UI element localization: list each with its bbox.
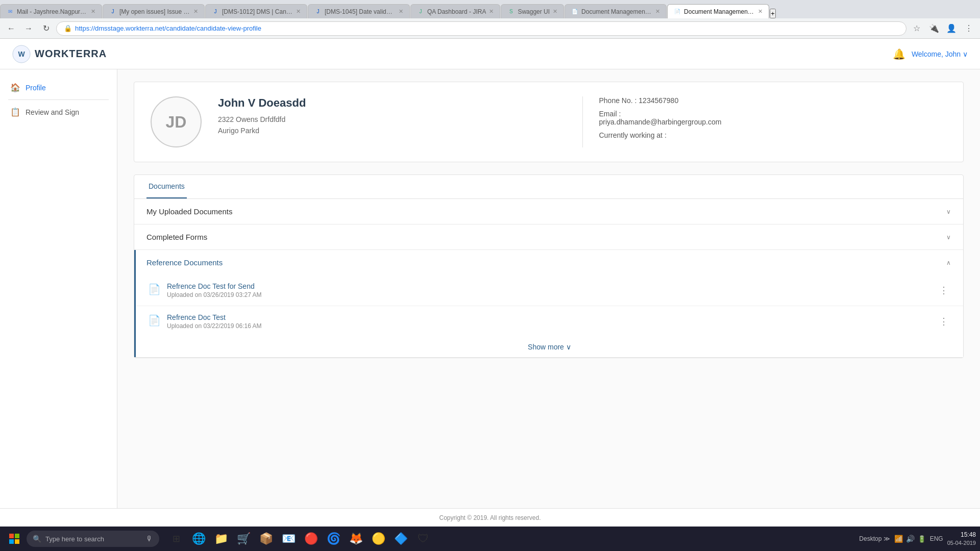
lock-icon: 🔒	[64, 24, 72, 32]
tab-jira2[interactable]: J [DMS-1012] DMS | Candid... ✕	[205, 4, 307, 18]
taskbar-search[interactable]: 🔍 Type here to search 🎙	[27, 531, 159, 547]
taskbar-app-12[interactable]: 🛡	[412, 528, 434, 549]
reference-docs-header[interactable]: Reference Documents ∧	[134, 250, 963, 275]
profile-info-right: Phone No. : 1234567980 Email : priya.dha…	[599, 96, 947, 144]
doc-tabs: Documents	[134, 175, 963, 199]
main-layout: 🏠 Profile 📋 Review and Sign JD John V Do…	[0, 69, 980, 508]
browser-chrome: ✉ Mail - Jayshree.Nagpure@... ✕ J [My op…	[0, 0, 980, 39]
sidebar-profile-label: Profile	[26, 84, 46, 92]
taskbar-app-7[interactable]: 🔴	[300, 528, 322, 549]
avatar: JD	[151, 96, 202, 147]
taskbar-right: Desktop ≫ 📶 🔊 🔋 ENG 15:48 05-04-2019	[859, 531, 976, 547]
accordion-uploaded-docs: My Uploaded Documents ∨	[134, 199, 963, 224]
close-tab-dms1[interactable]: ✕	[655, 8, 660, 15]
taskbar-apps: ⊞ 🌐 📁 🛒 📦 📧 🔴 🌀 🦊 🟡 🔷 🛡	[165, 528, 434, 549]
sidebar-review-label: Review and Sign	[26, 108, 79, 116]
network-icon[interactable]: 📶	[894, 535, 903, 543]
profile-info-left: John V Doeasdd 2322 Owens Drfdfdfd Aurig…	[218, 96, 566, 137]
close-tab-dms2[interactable]: ✕	[758, 8, 763, 15]
close-tab-jira3[interactable]: ✕	[399, 8, 403, 15]
taskbar-app-6[interactable]: 📧	[278, 528, 299, 549]
extension-icon[interactable]: 🔌	[927, 21, 941, 36]
completed-forms-header[interactable]: Completed Forms ∨	[134, 224, 963, 249]
tab-dms1[interactable]: 📄 Document Management S... ✕	[565, 4, 667, 18]
doc2-name: Refrence Doc Test	[167, 313, 261, 321]
show-more-button[interactable]: Show more ∨	[528, 343, 571, 351]
reload-button[interactable]: ↻	[39, 21, 53, 36]
doc2-date: Uploaded on 03/22/2019 06:16 AM	[167, 322, 261, 330]
welcome-user[interactable]: Welcome, John ∨	[912, 50, 968, 58]
documents-section: Documents My Uploaded Documents ∨ Comple…	[134, 174, 964, 358]
profile-name: John V Doeasdd	[218, 96, 566, 110]
doc1-details: Refrence Doc Test for Send Uploaded on 0…	[167, 282, 261, 298]
taskbar-app-11[interactable]: 🔷	[390, 528, 411, 549]
taskbar-app-1[interactable]: ⊞	[165, 528, 187, 549]
doc2-details: Refrence Doc Test Uploaded on 03/22/2019…	[167, 313, 261, 330]
taskbar-app-9[interactable]: 🦊	[345, 528, 366, 549]
close-tab-jira-qa[interactable]: ✕	[489, 8, 494, 15]
microphone-icon[interactable]: 🎙	[146, 535, 153, 543]
document-icon-1: 📄	[148, 283, 161, 295]
battery-icon: 🔋	[918, 535, 926, 543]
menu-icon[interactable]: ⋮	[962, 21, 976, 36]
close-tab-mail[interactable]: ✕	[91, 8, 95, 15]
chevron-up-icon: ∧	[946, 259, 951, 266]
profile-icon[interactable]: 👤	[944, 21, 959, 36]
close-tab-jira1[interactable]: ✕	[193, 8, 198, 15]
taskbar-app-4[interactable]: 🛒	[233, 528, 254, 549]
taskbar-system-icons: 📶 🔊 🔋	[894, 535, 926, 543]
address-bar[interactable]: 🔒 https://dmsstage.workterra.net/candida…	[56, 21, 906, 36]
svg-text:W: W	[18, 50, 25, 58]
document-icon-2: 📄	[148, 314, 161, 327]
bookmark-icon[interactable]: ☆	[910, 21, 924, 36]
svg-rect-3	[15, 534, 19, 538]
desktop-mode[interactable]: Desktop ≫	[859, 535, 890, 542]
close-tab-jira2[interactable]: ✕	[296, 8, 301, 15]
sidebar-item-profile[interactable]: 🏠 Profile	[0, 78, 117, 97]
address-bar-icons: ☆ 🔌 👤 ⋮	[910, 21, 976, 36]
taskbar-app-3[interactable]: 📁	[210, 528, 232, 549]
tab-swagger[interactable]: S Swagger UI ✕	[501, 4, 564, 18]
tab-documents[interactable]: Documents	[146, 175, 187, 198]
tab-mail[interactable]: ✉ Mail - Jayshree.Nagpure@... ✕	[0, 4, 102, 18]
accordion-reference-docs: Reference Documents ∧ 📄 Refrence Doc Tes…	[134, 250, 963, 358]
sidebar-item-review-sign[interactable]: 📋 Review and Sign	[0, 102, 117, 122]
profile-address-line2: Aurigo Parkd	[218, 125, 566, 136]
svg-rect-2	[9, 534, 14, 538]
workterra-logo-icon: W	[12, 45, 31, 63]
clock-date: 05-04-2019	[947, 539, 976, 547]
uploaded-docs-header[interactable]: My Uploaded Documents ∨	[134, 199, 963, 224]
profile-divider	[582, 96, 583, 147]
doc2-menu-button[interactable]: ⋮	[937, 314, 951, 329]
reference-docs-body: 📄 Refrence Doc Test for Send Uploaded on…	[134, 275, 963, 357]
tab-jira1[interactable]: J [My open issues] Issue Nav... ✕	[103, 4, 205, 18]
clipboard-icon: 📋	[10, 107, 20, 117]
search-icon: 🔍	[33, 535, 41, 543]
tab-jira-qa[interactable]: J QA Dashboard - JIRA ✕	[410, 4, 500, 18]
doc1-menu-button[interactable]: ⋮	[937, 283, 951, 297]
sidebar-divider	[8, 99, 109, 100]
app-logo-text: WORKTERRA	[35, 48, 107, 60]
notification-bell-icon[interactable]: 🔔	[893, 48, 905, 60]
volume-icon[interactable]: 🔊	[906, 535, 915, 543]
taskbar-clock[interactable]: 15:48 05-04-2019	[947, 531, 976, 547]
start-button[interactable]	[4, 529, 24, 549]
taskbar-app-2[interactable]: 🌐	[188, 528, 209, 549]
back-button[interactable]: ←	[4, 21, 18, 36]
accordion-completed-forms: Completed Forms ∨	[134, 224, 963, 250]
tab-jira3[interactable]: J [DMS-1045] Date validatio... ✕	[308, 4, 410, 18]
address-bar-row: ← → ↻ 🔒 https://dmsstage.workterra.net/c…	[0, 18, 980, 39]
taskbar-app-8[interactable]: 🌀	[323, 528, 344, 549]
tab-bar: ✉ Mail - Jayshree.Nagpure@... ✕ J [My op…	[0, 0, 980, 18]
taskbar-app-10[interactable]: 🟡	[368, 528, 389, 549]
tab-dms2[interactable]: 📄 Document Management S... ✕	[667, 4, 769, 18]
profile-email: Email : priya.dhamande@harbingergroup.co…	[599, 110, 947, 126]
content-area: JD John V Doeasdd 2322 Owens Drfdfdfd Au…	[117, 69, 980, 508]
new-tab-button[interactable]: +	[770, 9, 776, 18]
taskbar-app-5[interactable]: 📦	[255, 528, 277, 549]
svg-rect-5	[15, 539, 19, 544]
close-tab-swagger[interactable]: ✕	[553, 8, 557, 15]
forward-button[interactable]: →	[21, 21, 36, 36]
taskbar-search-placeholder: Type here to search	[45, 535, 104, 543]
sidebar: 🏠 Profile 📋 Review and Sign	[0, 69, 117, 508]
